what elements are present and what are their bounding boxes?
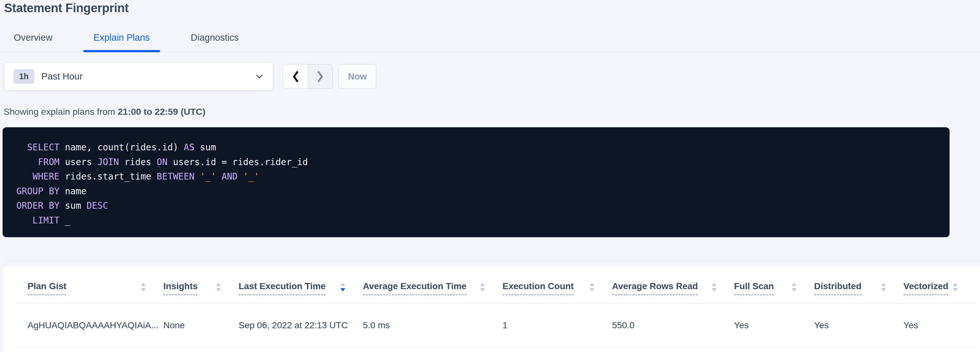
column-header-label[interactable]: Insights — [163, 281, 197, 295]
explain-plans-table-card: Plan GistInsightsLast Execution TimeAver… — [3, 267, 980, 352]
cell-last-execution-time: Sep 06, 2022 at 22:13 UTC — [239, 320, 363, 331]
tab-bar: Overview Explain Plans Diagnostics — [0, 28, 980, 52]
cell-insights: None — [163, 320, 239, 331]
cell-vectorized: Yes — [904, 320, 975, 331]
next-time-window-button[interactable] — [308, 64, 332, 88]
cell-execution-count: 1 — [503, 320, 612, 331]
cell-average-execution-time: 5.0 ms — [363, 320, 503, 331]
chevron-down-icon — [256, 74, 263, 79]
sql-line: GROUP BY name — [16, 184, 943, 199]
table-row: AgHUAQIABQAAAAHYAQIAiA...NoneSep 06, 202… — [16, 303, 975, 348]
column-header-average-execution-time[interactable]: Average Execution Time — [363, 281, 503, 303]
cell-distributed: Yes — [814, 320, 904, 331]
column-header-insights[interactable]: Insights — [163, 281, 239, 303]
column-header-label[interactable]: Vectorized — [904, 281, 948, 295]
cell-plan-gist[interactable]: AgHUAQIABQAAAAHYAQIAiA... — [16, 320, 163, 331]
tab-explain-plans[interactable]: Explain Plans — [83, 28, 160, 52]
column-header-average-rows-read[interactable]: Average Rows Read — [612, 281, 734, 303]
column-header-label[interactable]: Plan Gist — [27, 281, 66, 295]
chevron-right-icon — [317, 71, 324, 82]
time-window-arrows — [283, 64, 333, 89]
table-body: AgHUAQIABQAAAAHYAQIAiA...NoneSep 06, 202… — [16, 303, 975, 348]
now-button[interactable]: Now — [339, 64, 376, 89]
section-divider — [4, 261, 980, 261]
cell-full-scan: Yes — [734, 320, 814, 331]
sql-line: LIMIT _ — [16, 213, 943, 228]
table-header-row: Plan GistInsightsLast Execution TimeAver… — [16, 267, 975, 303]
sort-icon[interactable] — [340, 283, 345, 291]
sort-icon[interactable] — [792, 283, 797, 291]
sql-line: SELECT name, count(rides.id) AS sum — [16, 140, 943, 155]
column-header-vectorized[interactable]: Vectorized — [904, 281, 975, 303]
status-time-range: 21:00 to 22:59 (UTC) — [118, 106, 205, 117]
sort-icon[interactable] — [590, 283, 594, 291]
tab-diagnostics[interactable]: Diagnostics — [181, 28, 249, 52]
sql-line: WHERE rides.start_time BETWEEN '_' AND '… — [16, 169, 943, 184]
column-header-label[interactable]: Average Execution Time — [363, 281, 467, 295]
time-range-badge: 1h — [13, 69, 34, 84]
prev-time-window-button[interactable] — [283, 64, 308, 88]
cell-average-rows-read: 550.0 — [612, 320, 734, 331]
column-header-distributed[interactable]: Distributed — [814, 281, 904, 303]
column-header-label[interactable]: Last Execution Time — [239, 281, 326, 295]
sql-line: ORDER BY sum DESC — [16, 198, 943, 213]
time-picker-row: 1h Past Hour Now — [4, 62, 376, 91]
status-line: Showing explain plans from 21:00 to 22:5… — [3, 105, 205, 118]
tab-overview[interactable]: Overview — [3, 28, 63, 52]
chevron-left-icon — [292, 71, 299, 82]
column-header-full-scan[interactable]: Full Scan — [734, 281, 814, 303]
status-prefix: Showing explain plans from — [3, 106, 118, 117]
column-header-plan-gist[interactable]: Plan Gist — [16, 281, 163, 303]
sort-icon[interactable] — [881, 283, 886, 291]
column-header-last-execution-time[interactable]: Last Execution Time — [239, 281, 363, 303]
column-header-label[interactable]: Distributed — [814, 281, 862, 295]
column-header-label[interactable]: Average Rows Read — [612, 281, 698, 295]
explain-plans-table: Plan GistInsightsLast Execution TimeAver… — [16, 267, 975, 348]
time-range-label: Past Hour — [41, 71, 256, 82]
sort-icon[interactable] — [141, 283, 146, 291]
sort-icon[interactable] — [712, 283, 716, 291]
sort-icon[interactable] — [953, 283, 958, 291]
column-header-execution-count[interactable]: Execution Count — [503, 281, 612, 303]
time-range-select[interactable]: 1h Past Hour — [4, 62, 273, 91]
page-title: Statement Fingerprint — [4, 1, 129, 15]
sort-icon[interactable] — [216, 283, 221, 291]
column-header-label[interactable]: Full Scan — [734, 281, 774, 295]
column-header-label[interactable]: Execution Count — [503, 281, 574, 295]
sql-line: FROM users JOIN rides ON users.id = ride… — [16, 155, 943, 170]
sort-icon[interactable] — [480, 283, 485, 291]
sql-statement-box: SELECT name, count(rides.id) AS sum FROM… — [3, 127, 950, 237]
